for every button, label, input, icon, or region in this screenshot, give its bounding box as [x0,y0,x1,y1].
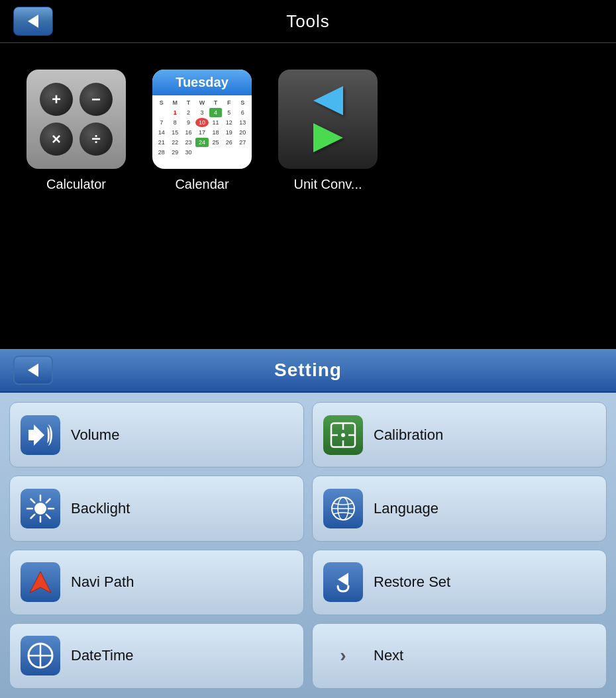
datetime-icon-box [21,636,60,675]
backlight-item[interactable]: Backlight [9,475,304,541]
cal-d: 27 [236,138,249,147]
backlight-label: Backlight [71,500,130,517]
cal-h-m: M [168,98,181,107]
language-item[interactable]: Language [312,475,607,541]
cal-h-s: S [155,98,168,107]
svg-line-11 [31,499,35,503]
volume-icon-box [21,415,60,455]
cal-h-th: T [209,98,222,107]
cal-d: 6 [236,108,249,117]
cal-d: 14 [155,128,168,137]
cal-d: 16 [182,128,195,137]
volume-label: Volume [71,426,119,444]
cal-d: 17 [195,128,208,137]
arrow-right-icon [313,123,343,152]
calc-divide: ÷ [79,123,113,156]
next-icon-box: › [323,636,363,675]
svg-line-13 [46,499,50,503]
calculator-label: Calculator [46,177,106,192]
cal-d: 24 [195,138,208,147]
cal-d: 3 [195,108,208,117]
tools-header: Tools [0,0,616,43]
cal-d: 20 [236,128,249,137]
navi-path-icon [26,568,55,597]
restore-set-item[interactable]: Restore Set [312,550,607,615]
cal-d: 18 [209,128,222,137]
navi-path-icon-box [21,562,60,602]
language-icon [330,495,356,522]
svg-point-5 [341,433,345,437]
calendar-label: Calendar [175,177,229,192]
settings-header: Setting [0,349,616,393]
cal-d: 15 [168,128,181,137]
backlight-icon [26,494,55,523]
svg-line-12 [46,515,50,519]
cal-h-w: W [195,98,208,107]
unit-arrows [313,86,343,152]
cal-d: 23 [182,138,195,147]
tools-title: Tools [53,11,563,32]
tools-panel: Tools + − × ÷ Calculator Tuesday S [0,0,616,349]
volume-icon [28,424,52,446]
cal-d: 21 [155,138,168,147]
volume-item[interactable]: Volume [9,402,304,468]
cal-h-sa: S [236,98,249,107]
arrow-left-icon [313,86,343,115]
tools-back-button[interactable] [13,7,53,36]
unit-conv-icon-box [278,70,378,169]
cal-d: 4 [209,108,222,117]
cal-d: 2 [182,108,195,117]
cal-d: 5 [223,108,235,117]
calibration-item[interactable]: Calibration [312,402,607,468]
calc-minus: − [79,83,113,116]
cal-d: 22 [168,138,181,147]
back-arrow-icon [28,364,38,377]
cal-d [155,108,168,117]
restore-set-icon-box [323,562,363,602]
cal-d: 13 [236,118,249,127]
cal-d: 25 [209,138,222,147]
cal-d: 26 [223,138,235,147]
settings-title: Setting [53,360,563,381]
cal-h-f: F [223,98,235,107]
calendar-month: Tuesday [152,70,252,95]
language-icon-box [323,489,363,528]
calibration-label: Calibration [374,426,443,444]
next-item[interactable]: › Next [312,623,607,689]
calendar-icon-box: Tuesday S M T W T F S 1 2 3 4 5 [152,70,252,169]
language-label: Language [374,500,438,517]
calendar-body: S M T W T F S 1 2 3 4 5 6 7 [152,95,252,169]
svg-point-6 [34,503,46,515]
datetime-label: DateTime [71,647,134,664]
speaker-wave2 [43,424,52,446]
cal-h-t: T [182,98,195,107]
tools-grid: + − × ÷ Calculator Tuesday S M T W T [0,43,616,205]
cal-d: 19 [223,128,235,137]
calculator-icon-box: + − × ÷ [26,70,126,169]
cal-d: 30 [182,148,195,157]
unit-conv-label: Unit Conv... [294,177,362,192]
calc-times: × [40,123,73,156]
unit-conv-item[interactable]: Unit Conv... [278,70,378,192]
backlight-icon-box [21,489,60,528]
cal-d: 8 [168,118,181,127]
calendar-item[interactable]: Tuesday S M T W T F S 1 2 3 4 5 [152,70,252,192]
cal-d: 12 [223,118,235,127]
cal-d: 7 [155,118,168,127]
datetime-icon [26,641,55,670]
cal-d-today: 10 [195,118,208,127]
cal-d: 1 [168,108,181,117]
settings-panel: Setting Volume [0,349,616,698]
navi-path-item[interactable]: Navi Path [9,550,304,615]
next-label: Next [374,647,403,664]
calc-grid: + − × ÷ [33,76,119,162]
calc-plus: + [40,83,73,116]
settings-back-button[interactable] [13,356,53,385]
cal-d: 28 [155,148,168,157]
back-arrow-icon [28,15,38,28]
calculator-item[interactable]: + − × ÷ Calculator [26,70,126,192]
datetime-item[interactable]: DateTime [9,623,304,689]
next-chevron-icon: › [340,645,346,666]
restore-icon [329,568,358,597]
cal-d: 9 [182,118,195,127]
